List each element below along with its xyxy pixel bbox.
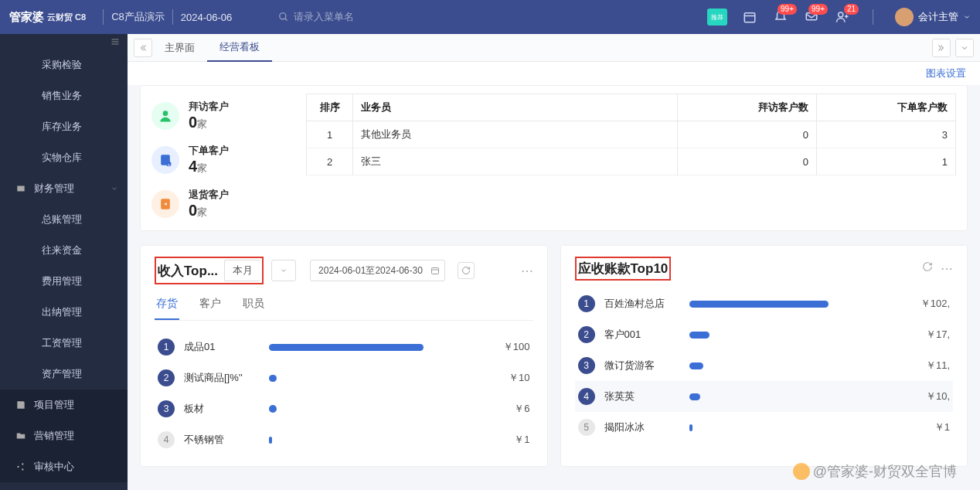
content: 拜访客户 0家 + 下单客户 4家 退货客户 0家 [128, 85, 980, 490]
sidebar-item-cashier[interactable]: 出纳管理 [0, 297, 128, 328]
date-range-picker[interactable]: 2024-06-01至2024-06-30 [310, 260, 445, 281]
refresh-button[interactable] [458, 262, 475, 279]
sub-tab-customer[interactable]: 客户 [198, 292, 223, 320]
top-header: 管家婆 云财贸 C8 C8产品演示 2024-06-06 请录入菜单名 推荐 9… [0, 0, 980, 34]
sidebar-item-warehouse[interactable]: 实物仓库 [0, 142, 128, 173]
notification-icon[interactable]: 99+ [772, 9, 789, 26]
sidebar-item-funds[interactable]: 往来资金 [0, 235, 128, 266]
cell: 1 [817, 148, 956, 175]
sidebar-parent-label: 财务管理 [34, 182, 74, 196]
rank-name: 百姓渔村总店 [604, 297, 689, 311]
logo: 管家婆 云财贸 C8 [9, 10, 86, 25]
search-input[interactable]: 请录入菜单名 [278, 10, 354, 24]
header-date: 2024-06-06 [181, 12, 233, 23]
receivable-top-panel: 应收账款Top10 ⋯ 1百姓渔村总店￥102,2客户001￥17,3微订货游客… [560, 245, 968, 467]
th-salesperson: 业务员 [353, 94, 678, 121]
chart-setting-link[interactable]: 图表设置 [926, 67, 966, 79]
sub-tab-employee[interactable]: 职员 [241, 292, 266, 320]
tab-main[interactable]: 主界面 [152, 34, 207, 62]
panel-head: 收入Top... 本月 2024-06-01至2024-06-30 ⋯ [155, 257, 533, 284]
badge: 99+ [778, 4, 797, 15]
tabs-menu[interactable] [955, 39, 974, 57]
share-icon [15, 461, 26, 472]
rank-row[interactable]: 4不锈钢管￥1 [155, 424, 533, 455]
rank-num: 4 [158, 431, 175, 448]
rank-bar [689, 301, 913, 308]
rank-bar [689, 393, 918, 400]
user-add-icon[interactable]: 21 [834, 9, 851, 26]
lower-row: 收入Top... 本月 2024-06-01至2024-06-30 ⋯ [140, 245, 968, 467]
sidebar-item-purchase-check[interactable]: 采购检验 [0, 49, 128, 80]
salesperson-table: 排序 业务员 拜访客户数 下单客户数 1 其他业务员 0 3 2 [306, 94, 956, 226]
refresh-icon[interactable] [922, 261, 933, 276]
svg-text:+: + [167, 162, 170, 166]
stat-unit: 家 [197, 162, 207, 174]
sidebar-item-marketing[interactable]: 营销管理 [0, 420, 128, 451]
cell: 0 [678, 148, 817, 175]
sidebar-item-label: 项目管理 [34, 398, 74, 412]
logo-text: 管家婆 [9, 10, 44, 25]
search-placeholder: 请录入菜单名 [294, 10, 354, 24]
th-order: 排序 [307, 94, 353, 121]
rank-row[interactable]: 2客户001￥17, [575, 319, 954, 350]
sidebar-item-ledger[interactable]: 总账管理 [0, 204, 128, 235]
rank-value: ￥1 [506, 433, 529, 447]
highlight-box: 应收账款Top10 [575, 257, 672, 281]
tab-dashboard[interactable]: 经营看板 [207, 34, 272, 62]
rank-name: 不锈钢管 [184, 433, 269, 447]
period-select[interactable]: 本月 [224, 260, 260, 281]
rank-row[interactable]: 3微订货游客￥11, [575, 350, 954, 381]
sidebar-item-expense[interactable]: 费用管理 [0, 266, 128, 297]
promo-icon[interactable]: 推荐 [707, 9, 727, 26]
rank-row[interactable]: 4张英英￥10, [575, 381, 954, 412]
sidebar-item-assets[interactable]: 资产管理 [0, 359, 128, 390]
rank-name: 客户001 [604, 328, 689, 342]
calendar-icon[interactable] [741, 9, 758, 26]
more-icon[interactable]: ⋯ [521, 264, 533, 278]
rank-num: 3 [158, 400, 175, 417]
sidebar-item-project[interactable]: 项目管理 [0, 390, 128, 420]
rank-value: ￥10 [501, 371, 529, 385]
folder-icon [15, 430, 26, 441]
rank-num: 2 [578, 326, 595, 343]
rank-value: ￥10, [918, 390, 950, 403]
sidebar-item-audit[interactable]: 审核中心 [0, 451, 128, 482]
svg-point-13 [22, 468, 23, 470]
panel-actions: ⋯ [922, 261, 953, 276]
order-icon: + [151, 146, 179, 174]
sidebar-collapse[interactable] [0, 34, 128, 49]
table-row[interactable]: 2 张三 0 1 [307, 148, 956, 175]
rank-bar [269, 344, 495, 351]
sidebar-parent-finance[interactable]: 财务管理 [0, 173, 128, 204]
svg-line-1 [285, 19, 288, 21]
user-menu[interactable]: 会计主管 [895, 8, 971, 26]
message-icon[interactable]: 99+ [803, 9, 820, 26]
avatar [895, 8, 914, 26]
highlight-box: 收入Top... 本月 [155, 257, 264, 284]
sub-tab-inventory[interactable]: 存货 [155, 292, 179, 320]
panel-title: 收入Top... [158, 262, 218, 280]
rank-num: 4 [578, 388, 595, 405]
tabs-right [932, 39, 974, 57]
tabs-scroll-left[interactable] [134, 39, 152, 57]
badge: 21 [844, 4, 859, 15]
th-order-count: 下单客户数 [817, 94, 956, 121]
save-icon [15, 400, 26, 410]
sidebar-item-inventory[interactable]: 库存业务 [0, 111, 128, 142]
cell: 2 [307, 148, 353, 175]
more-icon[interactable]: ⋯ [941, 261, 953, 276]
rank-row[interactable]: 2测试商品[]%''￥10 [155, 362, 533, 393]
rank-num: 5 [578, 419, 595, 436]
sidebar-item-sales[interactable]: 销售业务 [0, 80, 128, 111]
product-name: C8产品演示 [111, 10, 165, 24]
table-row[interactable]: 1 其他业务员 0 3 [307, 121, 956, 148]
rank-name: 测试商品[]%'' [184, 371, 269, 385]
sidebar-item-salary[interactable]: 工资管理 [0, 328, 128, 359]
rank-row[interactable]: 1成品01￥100 [155, 332, 533, 362]
tabs-scroll-right[interactable] [932, 39, 951, 57]
rank-row[interactable]: 1百姓渔村总店￥102, [575, 288, 954, 319]
rank-row[interactable]: 5揭阳冰冰￥1 [575, 412, 954, 443]
panel-head: 应收账款Top10 ⋯ [575, 257, 954, 281]
rank-row[interactable]: 3板材￥6 [155, 393, 533, 424]
period-dropdown[interactable] [271, 260, 296, 281]
